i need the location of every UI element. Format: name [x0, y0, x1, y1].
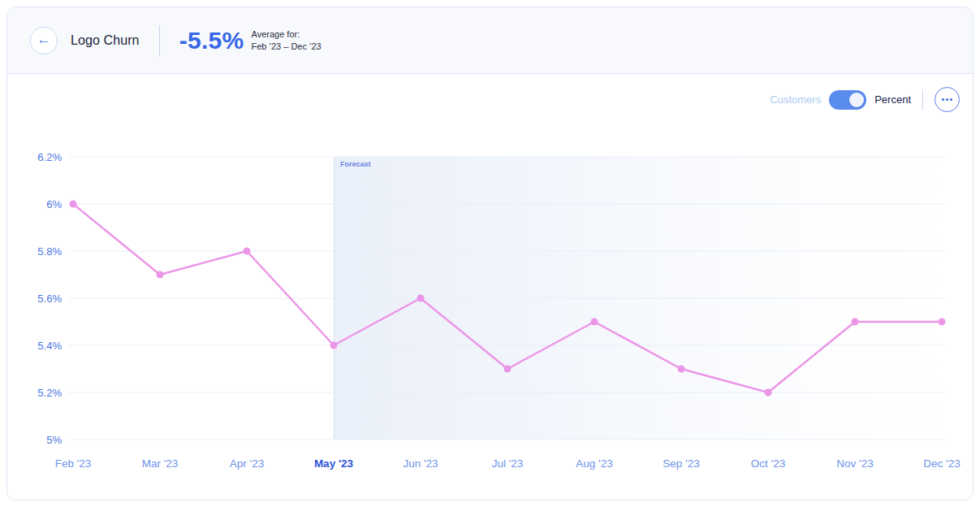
toggle-label-percent[interactable]: Percent: [874, 93, 911, 106]
y-tick-label: 6.2%: [37, 151, 62, 163]
data-point[interactable]: [330, 342, 338, 349]
data-point[interactable]: [939, 318, 946, 326]
x-tick-label: Jul '23: [492, 457, 524, 470]
forecast-label: Forecast: [340, 160, 371, 168]
x-tick-label: Jun '23: [403, 457, 438, 470]
toggle-label-customers[interactable]: Customers: [770, 93, 821, 106]
ellipsis-icon: [946, 98, 948, 101]
data-point[interactable]: [504, 366, 512, 373]
data-point[interactable]: [591, 318, 598, 326]
x-axis-labels: Feb '23Mar '23Apr '23May '23Jun '23Jul '…: [55, 457, 961, 470]
x-tick-label: May '23: [314, 457, 354, 470]
y-tick-label: 5%: [46, 434, 62, 446]
y-tick-label: 5.4%: [37, 340, 62, 352]
data-point[interactable]: [244, 248, 251, 255]
more-options-button[interactable]: [935, 87, 960, 112]
average-caption: Average for: Feb ’23 – Dec ’23: [252, 28, 322, 52]
back-arrow-icon: ←: [37, 32, 51, 46]
x-tick-label: Nov '23: [836, 457, 873, 470]
y-axis-labels: 5%5.2%5.4%5.6%5.8%6%6.2%: [37, 151, 62, 446]
back-button[interactable]: ←: [30, 27, 58, 54]
x-tick-label: Apr '23: [230, 457, 264, 470]
customers-percent-toggle[interactable]: [829, 90, 866, 110]
average-caption-line1: Average for:: [252, 28, 322, 40]
data-point[interactable]: [157, 271, 164, 279]
y-tick-label: 5.2%: [37, 387, 62, 399]
toggle-knob: [849, 93, 864, 107]
controls-divider: [922, 89, 923, 110]
card-header: ← Logo Churn -5.5% Average for: Feb ’23 …: [7, 7, 973, 74]
chart-panel: Customers Percent Forecast5%5.2%5.4%5.6%…: [7, 74, 973, 500]
average-value: -5.5%: [179, 27, 244, 54]
header-divider: [159, 25, 160, 56]
data-point[interactable]: [678, 366, 685, 373]
x-tick-label: Feb '23: [55, 457, 92, 470]
data-point[interactable]: [852, 318, 859, 326]
x-tick-label: Aug '23: [576, 457, 612, 470]
line-chart: Forecast5%5.2%5.4%5.6%5.8%6%6.2%Feb '23M…: [7, 74, 973, 500]
data-point[interactable]: [417, 295, 425, 302]
page-title: Logo Churn: [71, 33, 140, 48]
y-tick-label: 5.8%: [37, 245, 62, 258]
data-point[interactable]: [70, 201, 77, 208]
y-tick-label: 5.6%: [37, 292, 62, 305]
x-tick-label: Dec '23: [923, 457, 960, 470]
average-caption-line2: Feb ’23 – Dec ’23: [252, 41, 322, 52]
y-tick-label: 6%: [46, 198, 62, 210]
chart-controls: Customers Percent: [770, 87, 960, 112]
data-point[interactable]: [765, 389, 772, 396]
x-tick-label: Mar '23: [142, 457, 179, 470]
x-tick-label: Oct '23: [751, 457, 785, 470]
logo-churn-card: ← Logo Churn -5.5% Average for: Feb ’23 …: [6, 6, 974, 500]
x-tick-label: Sep '23: [663, 457, 699, 470]
